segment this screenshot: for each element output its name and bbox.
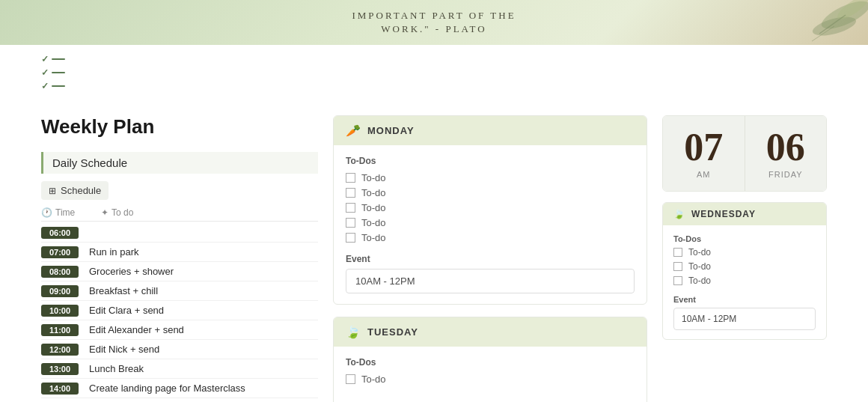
clock-icon: 🕐 <box>41 207 52 218</box>
todo-checkbox[interactable] <box>346 173 355 183</box>
time-badge: 12:00 <box>41 344 79 356</box>
wed-todo-checkbox[interactable] <box>673 276 682 285</box>
wednesday-event-input[interactable] <box>673 308 816 330</box>
banner-quote: IMPORTANT PART OF THE WORK." - PLATO <box>352 9 516 36</box>
top-banner: IMPORTANT PART OF THE WORK." - PLATO <box>0 0 868 45</box>
todo-text: To-do <box>361 232 386 243</box>
todo-text: To-do <box>361 202 386 213</box>
row-task: Edit Alexander + send <box>79 324 184 335</box>
middle-panel: 🥕 MONDAY To-Dos To-doTo-doTo-doTo-doTo-d… <box>333 115 647 402</box>
date-box-2: 06 FRIDAY <box>745 116 827 191</box>
row-task: Breakfast + chill <box>79 285 158 296</box>
row-task: Edit Clara + send <box>79 305 164 316</box>
wednesday-event-label: Event <box>673 295 816 304</box>
todo-text: To-do <box>361 187 386 198</box>
page-content: Weekly Plan Daily Schedule ⊞ Schedule 🕐 … <box>0 100 868 402</box>
todo-checkbox[interactable] <box>346 203 355 213</box>
right-panel: 07 AM 06 FRIDAY 🍃 WEDNESDAY To-Dos To-do… <box>662 115 827 402</box>
wed-todo-checkbox[interactable] <box>673 262 682 271</box>
date-box-1: 07 AM <box>663 116 745 191</box>
monday-event-section: Event <box>346 254 635 293</box>
schedule-rows: 06:00 07:00 Run in park 08:00 Groceries … <box>41 223 318 402</box>
check-mark-1: ✓ <box>41 54 49 64</box>
schedule-row: 10:00 Edit Clara + send <box>41 301 318 320</box>
wed-todo-item: To-do <box>673 275 816 286</box>
todo-checkbox[interactable] <box>346 233 355 243</box>
check-mark-2: ✓ <box>41 67 49 78</box>
wed-todo-text: To-do <box>688 247 711 258</box>
daily-schedule-header[interactable]: Daily Schedule <box>41 152 318 174</box>
monday-card: 🥕 MONDAY To-Dos To-doTo-doTo-doTo-doTo-d… <box>333 115 647 305</box>
todo-item: To-do <box>346 187 635 198</box>
date-label-2: FRIDAY <box>754 170 818 179</box>
schedule-tab[interactable]: ⊞ Schedule <box>41 181 109 200</box>
todo-item: To-do <box>346 217 635 228</box>
schedule-tab-icon: ⊞ <box>49 186 56 196</box>
tuesday-header: 🍃 TUESDAY <box>334 317 647 347</box>
todo-checkbox[interactable] <box>346 374 355 384</box>
wednesday-card: 🍃 WEDNESDAY To-Dos To-doTo-doTo-do Event <box>662 202 827 340</box>
wed-todo-item: To-do <box>673 261 816 272</box>
monday-header: 🥕 MONDAY <box>334 116 647 145</box>
monday-todo-list: To-doTo-doTo-doTo-doTo-do <box>346 172 635 243</box>
time-badge: 07:00 <box>41 246 79 258</box>
time-label: Time <box>55 207 75 218</box>
tuesday-icon: 🍃 <box>346 325 361 339</box>
wednesday-icon: 🍃 <box>673 209 685 219</box>
row-task: Edit Nick + send <box>79 344 159 355</box>
wednesday-todo-list: To-doTo-doTo-do <box>673 247 816 286</box>
time-badge: 11:00 <box>41 324 79 336</box>
schedule-row: 07:00 Run in park <box>41 243 318 262</box>
todo-checkbox[interactable] <box>346 218 355 228</box>
time-badge: 10:00 <box>41 305 79 317</box>
time-badge: 06:00 <box>41 227 79 239</box>
col-headers: 🕐 Time ✦ To do <box>41 204 318 222</box>
wednesday-todos-label: To-Dos <box>673 234 816 243</box>
monday-icon: 🥕 <box>346 124 361 138</box>
schedule-tab-label: Schedule <box>61 185 101 196</box>
schedule-row: 12:00 Edit Nick + send <box>41 340 318 359</box>
leaf-decoration <box>778 0 868 45</box>
todo-text: To-do <box>361 217 386 228</box>
tuesday-body: To-Dos To-do <box>334 347 647 402</box>
logo-bar: ✓ ✓ ✓ <box>0 45 868 100</box>
wed-todo-item: To-do <box>673 247 816 258</box>
check-mark-3: ✓ <box>41 81 49 91</box>
schedule-row: 11:00 Edit Alexander + send <box>41 320 318 340</box>
tuesday-todos-label: To-Dos <box>346 357 635 368</box>
col-todo-header: ✦ To do <box>94 207 133 218</box>
monday-event-label: Event <box>346 254 635 264</box>
todo-item: To-do <box>346 202 635 213</box>
todo-text: To-do <box>361 374 386 385</box>
todo-checkbox[interactable] <box>346 188 355 198</box>
time-badge: 08:00 <box>41 266 79 278</box>
schedule-row: 14:00 Create landing page for Masterclas… <box>41 379 318 398</box>
wed-todo-text: To-do <box>688 275 711 286</box>
left-panel: Weekly Plan Daily Schedule ⊞ Schedule 🕐 … <box>41 115 318 402</box>
time-badge: 13:00 <box>41 363 79 375</box>
todo-item: To-do <box>346 374 635 385</box>
date-number-2: 06 <box>754 128 818 167</box>
schedule-row: 06:00 <box>41 223 318 243</box>
page-title: Weekly Plan <box>41 115 318 138</box>
monday-body: To-Dos To-doTo-doTo-doTo-doTo-do Event <box>334 145 647 304</box>
wednesday-header: 🍃 WEDNESDAY <box>663 203 826 225</box>
row-task: Lunch Break <box>79 363 144 374</box>
sun-icon: ✦ <box>101 207 109 218</box>
tuesday-card: 🍃 TUESDAY To-Dos To-do <box>333 317 647 402</box>
schedule-row: 15:00 Landing Page for quiz <box>41 398 318 402</box>
wed-todo-checkbox[interactable] <box>673 248 682 257</box>
time-badge: 09:00 <box>41 285 79 297</box>
row-task: Run in park <box>79 246 138 258</box>
monday-event-input[interactable] <box>346 269 635 293</box>
monday-label: MONDAY <box>367 125 415 136</box>
schedule-row: 13:00 Lunch Break <box>41 359 318 379</box>
schedule-row: 09:00 Breakfast + chill <box>41 281 318 301</box>
date-label-1: AM <box>672 170 736 179</box>
todo-item: To-do <box>346 172 635 183</box>
monday-todos-label: To-Dos <box>346 156 635 166</box>
date-number-1: 07 <box>672 128 736 167</box>
wed-todo-text: To-do <box>688 261 711 272</box>
wednesday-label: WEDNESDAY <box>691 209 756 219</box>
tuesday-todo-list: To-do <box>346 374 635 385</box>
